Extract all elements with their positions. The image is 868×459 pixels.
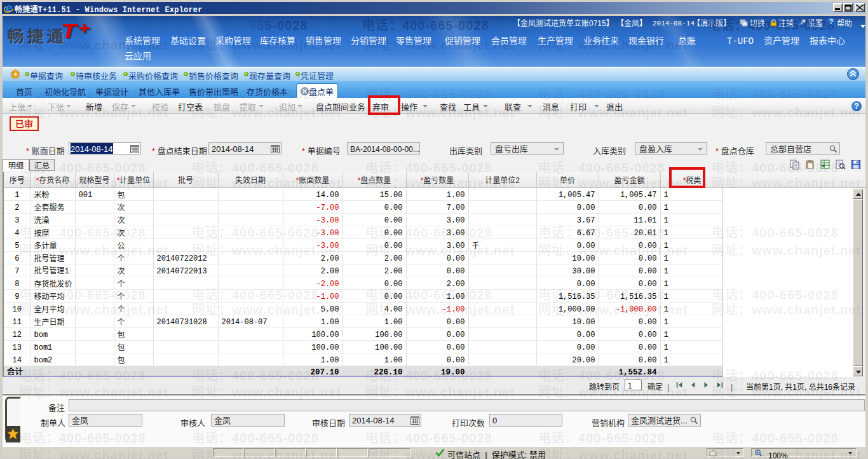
svg-text:?: ?	[829, 18, 833, 25]
